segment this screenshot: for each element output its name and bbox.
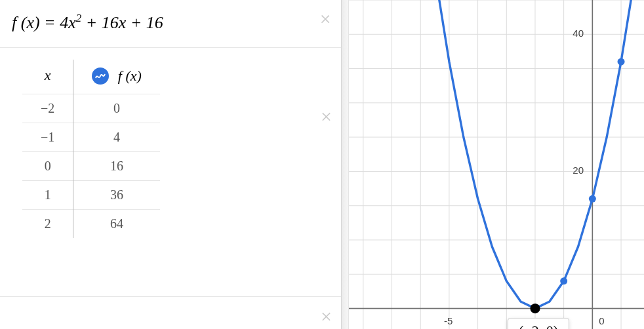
table-row[interactable]: 136 xyxy=(22,180,160,209)
table-header-x: x xyxy=(22,60,73,94)
svg-point-25 xyxy=(618,58,625,66)
y-tick-40: 40 xyxy=(573,28,584,39)
table-row[interactable]: −20 xyxy=(22,94,160,123)
close-icon[interactable]: × xyxy=(319,9,332,29)
expression-rest: + 16x + 16 xyxy=(81,13,163,32)
expression-row-1[interactable]: f (x) = 4x2 + 16x + 16 × xyxy=(0,0,341,48)
graph-pane[interactable]: -5 0 20 40 (−2, 0) xyxy=(349,0,644,329)
x-tick-0: 0 xyxy=(599,315,604,326)
pane-divider[interactable] xyxy=(341,0,349,329)
svg-point-22 xyxy=(530,303,540,313)
expression-lhs: f (x) xyxy=(12,13,40,32)
table-header-fx: f (x) xyxy=(73,60,160,94)
squiggle-icon[interactable] xyxy=(92,68,109,85)
graph-svg xyxy=(349,0,644,329)
expression-list: f (x) = 4x2 + 16x + 16 × × x f (x) xyxy=(0,0,341,329)
svg-point-23 xyxy=(560,277,567,284)
close-icon[interactable]: × xyxy=(321,307,332,326)
table-row[interactable]: −14 xyxy=(22,123,160,151)
table-row-wrapper[interactable]: × x f (x) −20 −14 xyxy=(0,48,341,297)
expression-var: x xyxy=(68,13,76,32)
x-tick-minus5: -5 xyxy=(444,315,453,326)
value-table: x f (x) −20 −14 016 136 264 xyxy=(22,60,160,238)
svg-point-24 xyxy=(589,195,596,203)
close-icon[interactable]: × xyxy=(321,107,332,126)
table-row[interactable]: 264 xyxy=(22,209,160,238)
expression-sup: 2 xyxy=(76,12,81,24)
table-row[interactable]: 016 xyxy=(22,151,160,180)
expression-eq: = 4 xyxy=(40,13,69,32)
y-tick-20: 20 xyxy=(573,164,584,176)
app-root: f (x) = 4x2 + 16x + 16 × × x f (x) xyxy=(0,0,644,329)
selected-point-label: (−2, 0) xyxy=(508,318,569,329)
